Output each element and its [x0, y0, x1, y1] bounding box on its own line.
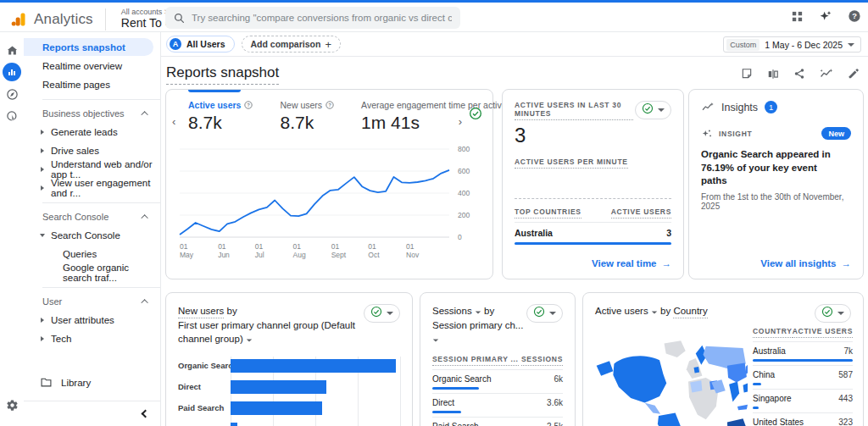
- gear-icon: [6, 399, 19, 412]
- expand-arrow-icon: [41, 336, 44, 341]
- bar-track: [231, 380, 400, 394]
- add-comparison-button[interactable]: Add comparison +: [242, 36, 341, 53]
- divider: [105, 8, 106, 30]
- data-quality-dropdown[interactable]: [815, 304, 851, 323]
- sidebar-item-reports-snapshot[interactable]: Reports snapshot: [24, 38, 153, 56]
- scorecard-tab-2[interactable]: Average engagement time per active us1m …: [361, 100, 518, 133]
- nav-explore[interactable]: [0, 83, 24, 105]
- search-input[interactable]: [192, 13, 452, 23]
- app-title: Analytics: [34, 11, 93, 28]
- sidebar-item-drive-sales[interactable]: Drive sales: [24, 141, 160, 159]
- page-title[interactable]: Reports snapshot: [166, 64, 279, 85]
- sidebar-item-user-attributes[interactable]: User attributes: [24, 311, 160, 329]
- bar[interactable]: [231, 423, 237, 426]
- metric-selector[interactable]: Active users: [595, 306, 660, 316]
- insight-message[interactable]: Organic Search appeared in 76.19% of you…: [701, 148, 851, 188]
- insight-label: INSIGHT: [719, 130, 752, 138]
- metric-selector[interactable]: Sessions: [432, 306, 484, 316]
- gemini-sparkle-icon[interactable]: [819, 9, 832, 23]
- dimension-selector[interactable]: Country: [673, 306, 707, 318]
- apps-grid-icon[interactable]: [791, 10, 804, 23]
- compare-icon[interactable]: [767, 68, 779, 80]
- sidebar-section-business-objectives[interactable]: Business objectives: [24, 105, 160, 122]
- bar[interactable]: [231, 359, 396, 373]
- sidebar-item-realtime-pages[interactable]: Realtime pages: [24, 75, 160, 93]
- search-bar[interactable]: [165, 7, 460, 29]
- sidebar-item-google-organic-search-traf[interactable]: Google organic search traf...: [24, 263, 160, 281]
- view-real-time-link[interactable]: View real time →: [592, 258, 671, 268]
- date-custom-badge: Custom: [726, 39, 760, 51]
- sidebar-item-label: Understand web and/or app t...: [51, 159, 160, 180]
- map-region-japan: [746, 365, 748, 374]
- row-bar: [432, 411, 461, 413]
- col-active-users: ACTIVE USERS: [793, 327, 853, 338]
- section-label: User: [42, 296, 62, 307]
- sidebar-item-library[interactable]: Library: [24, 373, 160, 391]
- all-users-chip[interactable]: A All Users: [166, 36, 235, 53]
- col-country: COUNTRY: [753, 327, 793, 338]
- selected-tab-indicator: [188, 90, 241, 92]
- row-value: 7k: [843, 346, 853, 356]
- date-range-picker[interactable]: Custom 1 May - 6 Dec 2025: [723, 36, 861, 53]
- sidebar-item-search-console[interactable]: Search Console: [24, 226, 160, 244]
- data-quality-dropdown[interactable]: [635, 101, 671, 119]
- metric-label: Active users: [188, 100, 241, 110]
- check-circle-icon: [370, 306, 382, 318]
- data-quality-dropdown[interactable]: [526, 304, 563, 323]
- sidebar-item-queries[interactable]: Queries: [24, 245, 160, 263]
- svg-text:01: 01: [180, 242, 188, 251]
- bar[interactable]: [231, 401, 322, 415]
- share-icon[interactable]: [793, 68, 805, 80]
- sidebar-section-user[interactable]: User: [24, 293, 160, 310]
- segment-avatar: A: [170, 38, 181, 50]
- scorecard-tab-1[interactable]: New users?8.7k: [280, 100, 334, 133]
- dimension-selector[interactable]: Session primary ch...: [432, 320, 523, 345]
- sidebar-section-search-console[interactable]: Search Console: [24, 208, 160, 225]
- sidebar-item-tech[interactable]: Tech: [24, 329, 160, 347]
- svg-text:600: 600: [458, 167, 470, 175]
- nav-home[interactable]: [0, 39, 24, 61]
- sidebar-item-label: Realtime pages: [42, 80, 110, 90]
- carousel-prev-button[interactable]: ‹: [172, 115, 175, 128]
- svg-text:May: May: [180, 251, 194, 259]
- country-users: 3: [666, 228, 671, 238]
- admin-settings[interactable]: [0, 394, 24, 416]
- sidebar-item-view-user-engagement-and-r[interactable]: View user engagement and r...: [24, 179, 160, 196]
- dimension-selector[interactable]: First user primary channel group (Defaul…: [178, 320, 355, 345]
- chevron-down-icon: [476, 311, 481, 313]
- col-top-countries: TOP COUNTRIES: [515, 207, 581, 219]
- check-circle-icon: [642, 102, 654, 118]
- expand-arrow-icon: [41, 167, 44, 172]
- row-value: 3.6k: [547, 398, 563, 407]
- sidebar-item-understand-web-and-or-app-t[interactable]: Understand web and/or app t...: [24, 160, 160, 178]
- nav-advertising[interactable]: [0, 105, 24, 127]
- map-region-china: [727, 363, 747, 383]
- sidebar-item-realtime-overview[interactable]: Realtime overview: [24, 57, 160, 75]
- help-icon[interactable]: ?: [848, 9, 861, 23]
- metric-value: 8.7k: [188, 113, 253, 133]
- collapse-arrow-icon: [40, 234, 45, 237]
- svg-text:Jul: Jul: [255, 251, 264, 259]
- collapse-sidebar-button[interactable]: [24, 401, 160, 426]
- data-quality-icon[interactable]: [469, 107, 482, 124]
- sidebar-item-generate-leads[interactable]: Generate leads: [24, 123, 160, 141]
- scorecard-tab-0[interactable]: Active users?8.7k: [188, 100, 253, 133]
- sessions-by-channel-card: Sessions by Session primary ch... SESSIO…: [420, 292, 576, 426]
- explore-icon: [6, 88, 19, 101]
- metric-value: 8.7k: [280, 113, 334, 133]
- chevron-up-icon: [141, 299, 147, 306]
- table-row: Paid Search2.5k: [432, 417, 563, 426]
- note-icon[interactable]: [741, 68, 753, 80]
- realtime-title: ACTIVE USERS IN LAST 30 MINUTES: [515, 101, 633, 120]
- expand-arrow-icon: [41, 185, 44, 191]
- sidebar-item-label: Generate leads: [51, 127, 118, 137]
- edit-icon[interactable]: [848, 68, 860, 80]
- check-circle-icon: [642, 102, 654, 114]
- view-all-insights-link[interactable]: View all insights →: [760, 258, 851, 268]
- insights-icon[interactable]: [820, 68, 833, 80]
- data-quality-dropdown[interactable]: [364, 304, 400, 323]
- svg-text:?: ?: [328, 102, 331, 108]
- svg-text:800: 800: [458, 145, 470, 153]
- bar[interactable]: [231, 380, 326, 394]
- nav-reports[interactable]: [0, 61, 24, 83]
